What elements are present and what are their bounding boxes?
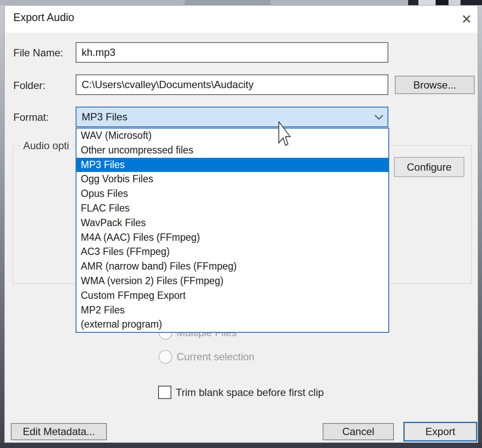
format-dropdown-item[interactable]: M4A (AAC) Files (FFmpeg) [76,230,388,245]
edit-metadata-button[interactable]: Edit Metadata... [11,423,107,440]
background-segment [418,0,436,5]
format-dropdown-item[interactable]: AMR (narrow band) Files (FFmpeg) [76,259,388,274]
format-dropdown-item[interactable]: WAV (Microsoft) [76,129,388,143]
dialog-title: Export Audio [13,11,74,24]
background-segment [0,0,185,5]
format-dropdown-item[interactable]: Opus Files [76,187,388,201]
audio-options-label: Audio opti [21,140,71,152]
background-app-strip-right [478,5,482,443]
format-dropdown-item[interactable]: AC3 Files (FFmpeg) [76,245,388,259]
format-dropdown-item[interactable]: WavPack Files [76,216,388,230]
background-segment [408,0,418,5]
browse-button[interactable]: Browse... [395,76,475,94]
file-name-label: File Name: [13,47,63,59]
format-dropdown-list: WAV (Microsoft)Other uncompressed filesM… [76,128,389,333]
format-dropdown-item[interactable]: Other uncompressed files [76,143,388,158]
mouse-cursor-icon [278,121,293,149]
background-segment [271,0,408,5]
trim-blank-space-label: Trim blank space before first clip [176,387,324,399]
format-dropdown-item[interactable]: WMA (version 2) Files (FFmpeg) [76,274,388,288]
chevron-down-icon [370,114,387,120]
format-dropdown-item[interactable]: (external program) [76,317,388,332]
radio-current-selection-label: Current selection [177,351,254,363]
page: Export Audio ✕ File Name: Folder: Browse… [0,0,482,448]
format-label: Format: [13,111,49,123]
export-audio-dialog: Export Audio ✕ File Name: Folder: Browse… [4,5,478,443]
background-app-strip-top [0,0,482,5]
dialog-titlebar[interactable]: Export Audio ✕ [5,6,478,33]
background-app-strip-bottom [0,443,482,448]
folder-input[interactable] [76,74,388,95]
radio-current-selection[interactable]: Current selection [159,350,254,364]
format-dropdown-item[interactable]: Custom FFmpeg Export [76,288,388,303]
cancel-button[interactable]: Cancel [323,423,394,440]
format-dropdown-item[interactable]: FLAC Files [76,201,388,216]
trim-blank-space-checkbox[interactable]: Trim blank space before first clip [158,386,324,399]
format-dropdown-item[interactable]: MP2 Files [76,303,388,318]
folder-label: Folder: [13,80,46,92]
format-dropdown-item[interactable]: Ogg Vorbis Files [76,172,388,187]
checkbox-icon [158,386,171,399]
configure-button[interactable]: Configure [394,157,464,177]
background-segment [461,0,482,5]
background-segment [436,0,448,5]
radio-circle-icon [159,350,172,364]
close-button[interactable]: ✕ [457,9,476,29]
file-name-input[interactable] [76,42,388,63]
background-app-strip-left [0,5,4,443]
format-combobox[interactable]: MP3 Files [76,107,388,127]
background-segment [448,0,461,5]
background-segment [185,0,271,5]
format-combobox-value: MP3 Files [76,111,370,123]
format-dropdown-item[interactable]: MP3 Files [76,158,388,172]
close-icon: ✕ [461,12,472,27]
export-button[interactable]: Export [403,422,477,442]
